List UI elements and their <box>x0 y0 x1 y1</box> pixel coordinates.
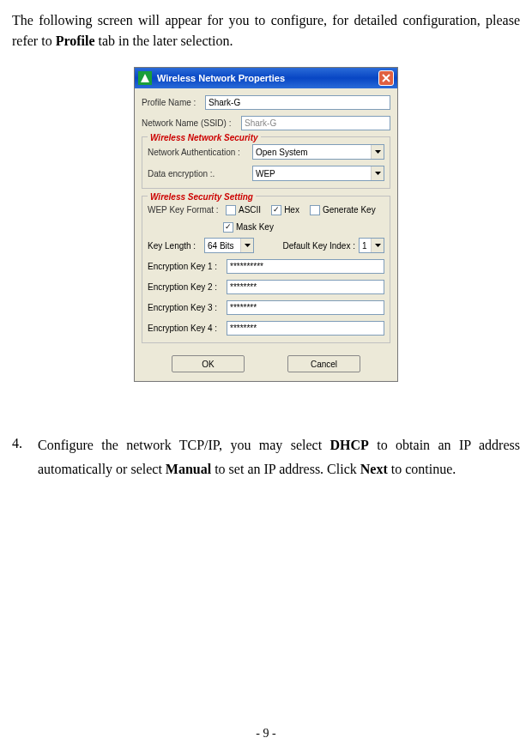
enc-key-4-input[interactable] <box>227 321 384 336</box>
profile-name-input[interactable] <box>205 95 390 110</box>
enc-key-3-input[interactable] <box>227 300 384 315</box>
security-setting-legend: Wireless Security Setting <box>148 191 256 203</box>
titlebar: Wireless Network Properties <box>135 68 397 88</box>
default-key-index-label: Default Key Index : <box>283 239 356 252</box>
ssid-label: Network Name (SSID) : <box>142 117 241 130</box>
mask-key-checkbox[interactable] <box>223 222 233 233</box>
ssid-input <box>241 116 390 130</box>
network-security-legend: Wireless Network Security <box>148 131 261 144</box>
enc-key-3-label: Encryption Key 3 : <box>148 301 227 314</box>
enc-key-2-label: Encryption Key 2 : <box>148 281 227 293</box>
app-icon <box>138 71 152 85</box>
enc-key-1-label: Encryption Key 1 : <box>148 260 227 273</box>
hex-checkbox[interactable] <box>271 205 281 215</box>
network-security-group: Wireless Network Security Network Authen… <box>142 136 390 189</box>
chevron-down-icon <box>240 239 253 252</box>
chevron-down-icon <box>371 166 384 180</box>
page-number: - 9 - <box>0 724 532 742</box>
cancel-button[interactable]: Cancel <box>287 355 360 372</box>
close-button[interactable] <box>378 70 394 86</box>
auth-label: Network Authentication : <box>148 146 252 159</box>
key-length-label: Key Length : <box>148 239 201 252</box>
wep-format-label: WEP Key Format : <box>148 203 223 216</box>
generate-key-label: Generate Key <box>323 203 376 216</box>
chevron-down-icon <box>371 145 384 159</box>
profile-name-label: Profile Name : <box>142 96 205 109</box>
key-length-select[interactable]: 64 Bits <box>204 238 254 253</box>
enc-key-2-input[interactable] <box>227 280 384 294</box>
ascii-checkbox[interactable] <box>226 205 236 215</box>
wireless-properties-dialog: Wireless Network Properties Profile Name… <box>134 67 398 382</box>
ok-button[interactable]: OK <box>172 355 245 372</box>
chevron-down-icon <box>371 239 384 252</box>
step-text: Configure the network TCP/IP, you may se… <box>38 433 520 481</box>
auth-select[interactable]: Open System <box>252 144 384 160</box>
encryption-label: Data encryption :. <box>148 167 252 180</box>
step-number: 4. <box>12 433 38 481</box>
dialog-figure: Wireless Network Properties Profile Name… <box>12 67 520 382</box>
encryption-select[interactable]: WEP <box>252 166 384 181</box>
security-setting-group: Wireless Security Setting WEP Key Format… <box>142 196 390 343</box>
enc-key-4-label: Encryption Key 4 : <box>148 322 227 335</box>
ascii-label: ASCII <box>239 203 261 216</box>
step-4: 4. Configure the network TCP/IP, you may… <box>12 433 520 481</box>
enc-key-1-input[interactable] <box>227 259 384 274</box>
hex-label: Hex <box>284 203 299 216</box>
default-key-index-select[interactable]: 1 <box>359 238 384 253</box>
close-icon <box>382 74 390 82</box>
window-title: Wireless Network Properties <box>157 71 285 86</box>
generate-key-checkbox[interactable] <box>310 205 320 215</box>
intro-paragraph: The following screen will appear for you… <box>12 10 520 51</box>
mask-key-label: Mask Key <box>236 221 274 233</box>
